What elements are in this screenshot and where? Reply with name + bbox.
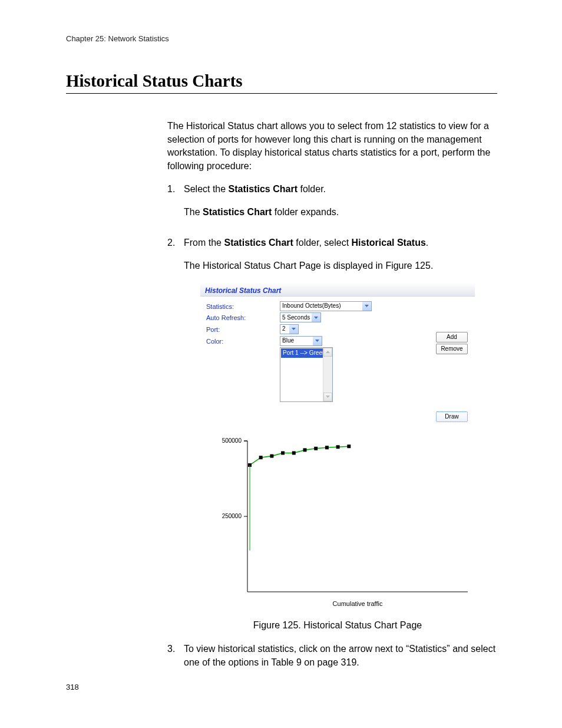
step-2-result: The Historical Status Chart Page is disp… — [184, 259, 503, 273]
label-statistics: Statistics: — [206, 301, 280, 312]
color-select[interactable]: Blue — [280, 336, 322, 346]
chapter-label: Chapter 25: Network Statistics — [66, 34, 497, 43]
svg-rect-14 — [259, 456, 263, 459]
page-number: 318 — [66, 683, 79, 691]
svg-rect-22 — [347, 444, 351, 448]
text-bold: Statistics Chart — [224, 238, 293, 248]
text: The — [184, 207, 203, 217]
scrollbar[interactable] — [323, 348, 332, 401]
remove-button[interactable]: Remove — [436, 344, 468, 354]
intro-paragraph: The Historical Status chart allows you t… — [167, 120, 503, 173]
statistics-select[interactable]: Inbound Octets(Bytes) — [280, 301, 372, 311]
add-button[interactable]: Add — [436, 332, 468, 342]
step-2: From the Statistics Chart folder, select… — [184, 236, 503, 250]
scroll-up-icon[interactable] — [323, 348, 332, 357]
svg-rect-15 — [270, 454, 273, 457]
svg-marker-1 — [314, 317, 318, 319]
svg-marker-5 — [326, 396, 330, 398]
select-value: Inbound Octets(Bytes) — [282, 302, 341, 310]
text-bold: Statistics Chart — [229, 184, 297, 194]
text-bold: Historical Status — [352, 238, 426, 248]
figure-caption: Figure 125. Historical Status Chart Page — [200, 619, 475, 633]
page-title: Historical Status Charts — [66, 71, 497, 94]
chevron-down-icon — [313, 337, 322, 345]
text: Select the — [184, 184, 229, 194]
svg-marker-0 — [365, 305, 369, 307]
label-port: Port: — [206, 324, 280, 335]
step-number: 1. — [167, 183, 184, 228]
step-1: Select the Statistics Chart folder. — [184, 183, 503, 196]
svg-rect-19 — [314, 446, 318, 450]
svg-text:500000: 500000 — [222, 437, 242, 444]
text: . — [426, 238, 428, 248]
select-value: 2 — [282, 325, 286, 333]
svg-marker-2 — [292, 328, 296, 330]
text: From the — [184, 238, 224, 248]
step-1-result: The Statistics Chart folder expands. — [184, 206, 503, 219]
svg-marker-3 — [315, 340, 319, 342]
chevron-down-icon — [362, 302, 371, 311]
svg-rect-21 — [336, 445, 340, 449]
chevron-down-icon — [289, 325, 298, 334]
svg-text:250000: 250000 — [222, 513, 242, 519]
svg-marker-4 — [326, 351, 330, 353]
auto-refresh-select[interactable]: 5 Seconds — [280, 312, 321, 322]
svg-rect-18 — [303, 448, 307, 452]
step-number: 2. — [167, 236, 184, 632]
historical-status-panel: Historical Status Chart Statistics: Inbo… — [200, 284, 475, 422]
historical-status-chart: 250000500000Cumulative traffic — [200, 434, 475, 611]
text: folder, select — [293, 238, 352, 248]
svg-text:Cumulative traffic: Cumulative traffic — [333, 600, 383, 607]
text: folder. — [297, 184, 326, 194]
step-number: 3. — [167, 643, 184, 678]
label-color: Color: — [206, 336, 280, 347]
text-bold: Statistics Chart — [203, 207, 272, 217]
chevron-down-icon — [312, 313, 320, 322]
label-auto-refresh: Auto Refresh: — [206, 312, 280, 323]
panel-title: Historical Status Chart — [200, 284, 475, 297]
scroll-down-icon[interactable] — [323, 393, 332, 401]
svg-rect-16 — [281, 451, 285, 454]
select-value: Blue — [282, 337, 294, 345]
chart-svg: 250000500000Cumulative traffic — [200, 434, 475, 611]
port-select[interactable]: 2 — [280, 324, 299, 334]
svg-rect-20 — [325, 446, 329, 449]
text: folder expands. — [272, 207, 339, 217]
select-value: 5 Seconds — [282, 314, 310, 322]
svg-rect-17 — [292, 451, 296, 454]
step-3: To view historical statistics, click on … — [184, 643, 503, 669]
port-color-listbox[interactable]: Port 1 --> Green — [280, 347, 333, 402]
list-item-selected[interactable]: Port 1 --> Green — [281, 348, 328, 358]
draw-button[interactable]: Draw — [436, 411, 468, 422]
